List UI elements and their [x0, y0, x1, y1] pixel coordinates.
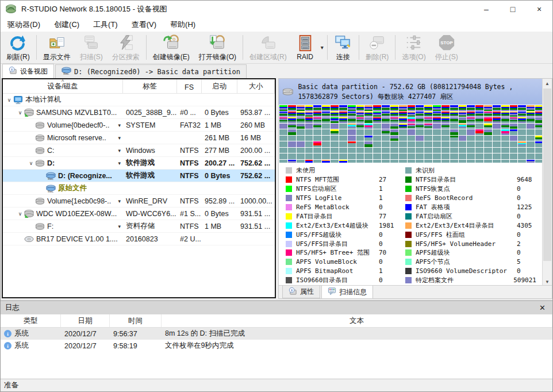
tree-row-8[interactable]: Volume{1ecb0c98-..▾WinRE_DRVNTFS952.89 .… — [3, 195, 275, 207]
legend-count: 2 — [517, 240, 536, 248]
tree-row-2[interactable]: Volume{0bedecf0-..▾SYSTEMFAT321 MB260 MB — [3, 119, 275, 132]
menu-item-3[interactable]: 查看(V) — [125, 18, 163, 32]
toolbar-button-refresh[interactable]: 刷新(R) — [2, 32, 34, 63]
expander-icon[interactable]: ∨ — [16, 211, 24, 217]
tree-row-cell-0: WinRE_DRV — [123, 195, 177, 207]
view-tab-0[interactable]: i设备视图 — [2, 64, 54, 78]
svg-text:Rec.: Rec. — [63, 72, 69, 75]
info-tab-0[interactable]: i属性 — [282, 286, 320, 298]
toolbar-button-open-image[interactable]: 打开镜像(O) — [194, 32, 241, 63]
scan-map-block — [364, 141, 372, 147]
toolbar-group-7: RAID▾ — [291, 32, 325, 63]
scan-map-block — [467, 141, 475, 147]
legend-swatch — [405, 259, 412, 265]
scan-map-block — [527, 129, 535, 135]
scan-map-block — [322, 136, 330, 141]
info-tab-1[interactable]: 扫描信息 — [321, 286, 373, 299]
scan-map-block — [484, 141, 492, 147]
scan-map-block — [382, 129, 390, 135]
legend-label: APFS个节点 — [416, 258, 517, 266]
scan-map-block — [510, 117, 518, 123]
scan-map-block — [408, 105, 416, 111]
log-column-header-0[interactable]: 类型 — [1, 314, 61, 327]
scan-map-block — [416, 141, 424, 147]
raid-dropdown-icon[interactable]: ▾ — [319, 44, 325, 51]
close-button[interactable]: × — [526, 1, 552, 18]
scan-map-block — [475, 153, 483, 159]
scan-map-block — [356, 153, 364, 159]
row-dropdown-icon[interactable]: ▾ — [118, 148, 123, 153]
tree-row-10[interactable]: F:▾资料存储NTFS1 MB931.51 ... — [3, 220, 275, 233]
scan-map-block — [279, 141, 287, 147]
tree-row-6[interactable]: Rec.D: (Recognize...软件游戏NTFS0 Bytes752.6… — [3, 170, 275, 182]
tree-row-9[interactable]: ∨WDC WD10EZEX-08W...WD-WCC6Y6...#1 S...0… — [3, 207, 275, 220]
toolbar-button-connect[interactable]: 连接 — [329, 32, 357, 63]
svg-text:i: i — [291, 288, 293, 292]
row-dropdown-icon[interactable]: ▾ — [118, 224, 123, 229]
toolbar-button-create-image[interactable]: 创建镜像(E) — [148, 32, 194, 63]
maximize-button[interactable]: □ — [500, 1, 526, 18]
tree-column-header-1[interactable]: 标签 — [123, 79, 177, 93]
menu-item-1[interactable]: 创建(C) — [47, 18, 86, 32]
scan-map-block — [313, 117, 321, 123]
tree-row-4[interactable]: C:▾WindowsNTFS277 MB200.00 ... — [3, 144, 275, 157]
scan-map-block — [364, 112, 372, 117]
scan-block-map[interactable] — [279, 105, 543, 163]
tree-row-3[interactable]: Microsoft reserve..▾261 MB16 MB — [3, 132, 275, 144]
tree-row-name-cell: ∨本地计算机 — [3, 94, 123, 106]
tree-row-1[interactable]: ∨SAMSUNG MZVLB1T0...0025_388B_9...#0 ...… — [3, 106, 275, 119]
scan-map-block — [288, 124, 296, 129]
scan-map-block — [313, 105, 321, 111]
row-dropdown-icon[interactable]: ▾ — [118, 135, 123, 141]
tree-row-cell-3: 1000.00... — [237, 195, 275, 207]
scan-map-block — [313, 141, 321, 147]
scan-map-block — [424, 136, 432, 141]
tree-row-11[interactable]: BR17 DEVICE V1.00 1....20160823#2 U... — [3, 233, 275, 245]
legend-item-right-8: HFS/HFS+ VolumeHeader2 — [405, 239, 536, 248]
toolbar-button-show-files[interactable]: 显示文件 — [39, 32, 75, 63]
legend-item-right-9: APFS超级块0 — [405, 248, 536, 258]
menu-item-0[interactable]: 驱动器(D) — [1, 18, 47, 32]
tree-row-cell-0 — [123, 94, 177, 106]
scan-map-block — [475, 129, 483, 135]
right-scrollbar[interactable]: ▲ ▼ — [542, 79, 552, 286]
legend-label: FAT目录条目 — [296, 212, 379, 221]
log-row-1[interactable]: i系统2020/12/79:58:19文件枚举在9秒内完成 — [1, 340, 552, 352]
scan-map-block — [493, 148, 501, 153]
expander-icon[interactable]: ∨ — [16, 110, 24, 116]
tree-row-7[interactable]: Rec.原始文件 — [3, 182, 275, 195]
tree-row-cell-1: #0 ... — [177, 106, 202, 118]
legend-label: FAT启动扇区 — [416, 212, 517, 221]
tree-column-header-4[interactable]: 大小 — [237, 79, 275, 93]
scan-map-block — [288, 148, 296, 153]
menu-item-2[interactable]: 工具(T) — [86, 18, 125, 32]
row-dropdown-icon[interactable]: ▾ — [118, 160, 123, 166]
scrollbar-thumb[interactable] — [543, 89, 551, 261]
menu-item-4[interactable]: 帮助(H) — [163, 18, 202, 32]
row-dropdown-icon[interactable]: ▾ — [118, 122, 123, 128]
scan-map-block — [459, 112, 467, 117]
tree-column-header-3[interactable]: 启动 — [202, 79, 237, 93]
toolbar-button-raid[interactable]: RAID — [291, 33, 319, 62]
view-tab-label: D: (Recognized0) -> Basic data partition — [74, 68, 240, 76]
tree-row-0[interactable]: ∨本地计算机 — [3, 94, 275, 106]
scan-map-block — [484, 153, 492, 159]
tree-row-5[interactable]: ∨D:▾软件游戏NTFS200.27 ...752.62 ... — [3, 157, 275, 170]
expander-icon[interactable]: ∨ — [27, 160, 35, 166]
log-column-header-3[interactable]: 文本 — [162, 314, 552, 327]
minimize-button[interactable]: – — [473, 1, 500, 18]
scroll-up-icon[interactable]: ▲ — [543, 79, 552, 88]
row-dropdown-icon[interactable]: ▾ — [118, 198, 123, 204]
info-tab-label: 扫描信息 — [339, 287, 367, 297]
legend-label: UFS/FFS 柱面组 — [416, 230, 517, 239]
legend-swatch — [405, 232, 412, 238]
log-row-0[interactable]: i系统2020/12/79:56:378m 12s 的 D: 扫描已完成 — [1, 328, 552, 340]
expander-icon[interactable]: ∨ — [5, 97, 13, 103]
tree-column-header-2[interactable]: FS — [177, 79, 202, 93]
log-close-icon[interactable]: ✕ — [537, 303, 548, 312]
log-column-header-2[interactable]: 时间 — [110, 314, 162, 327]
view-tab-1[interactable]: Rec.D: (Recognized0) -> Basic data parti… — [55, 64, 247, 78]
tree-column-header-0[interactable]: 设备/磁盘^ — [3, 79, 123, 93]
log-column-header-1[interactable]: 日期 — [61, 314, 110, 327]
scan-map-block — [331, 112, 339, 117]
